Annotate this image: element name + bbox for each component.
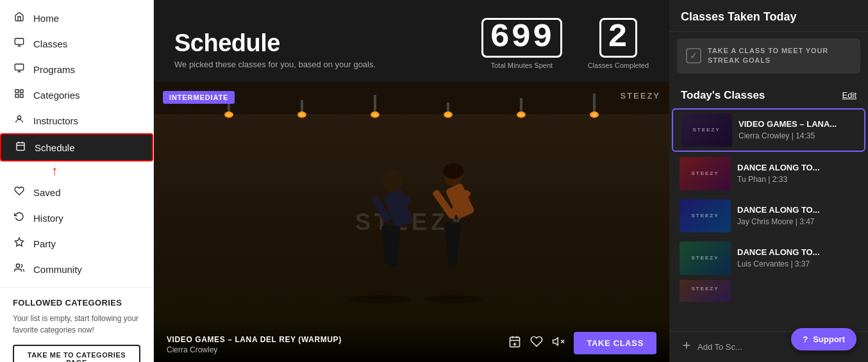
party-icon [13, 237, 26, 250]
class-meta-2: Tu Phan | 2:33 [737, 175, 820, 184]
svg-point-31 [424, 295, 482, 303]
video-background: STEEZY [154, 82, 669, 362]
sidebar-item-schedule[interactable]: Schedule [0, 133, 153, 161]
class-item-1[interactable]: STEEZY VIDEO GAMES – LANA... Cierra Crow… [672, 108, 865, 152]
home-icon [13, 12, 26, 24]
stat-minutes-value: 699 [481, 18, 562, 58]
programs-icon [13, 63, 26, 76]
todays-classes-title: Today's Classes [681, 89, 765, 102]
history-icon [13, 211, 26, 224]
class-thumb-2: STEEZY [680, 157, 731, 190]
sidebar-item-label-saved: Saved [33, 187, 61, 198]
svg-rect-9 [15, 94, 19, 97]
sidebar-item-label-schedule: Schedule [35, 142, 75, 153]
schedule-header: Schedule We picked these classes for you… [154, 0, 669, 82]
thumb-logo-4: STEEZY [680, 242, 731, 275]
class-title-1: VIDEO GAMES – LANA... [739, 119, 837, 130]
sidebar-item-categories[interactable]: Categories [0, 82, 153, 108]
sidebar-item-label-community: Community [33, 264, 82, 275]
light-5 [520, 98, 522, 114]
saved-icon [13, 186, 26, 199]
sidebar-item-programs[interactable]: Programs [0, 56, 153, 82]
right-panel: Classes Taken Today ✓ TAKE A CLASS TO ME… [669, 0, 868, 362]
svg-marker-38 [553, 338, 558, 345]
streak-check-icon: ✓ [686, 48, 701, 63]
instructors-icon [13, 114, 26, 127]
sidebar: Home Classes Programs Categories Instruc [0, 0, 154, 362]
svg-point-24 [443, 163, 463, 179]
schedule-icon [14, 141, 27, 154]
support-button[interactable]: ? Support [791, 328, 856, 350]
light-3 [374, 95, 376, 114]
thumb-logo-3: STEEZY [680, 199, 731, 233]
take-class-button[interactable]: TAKE CLASS [574, 332, 656, 354]
dancer-1 [371, 169, 413, 267]
svg-marker-15 [15, 238, 23, 246]
sidebar-item-party[interactable]: Party [0, 231, 153, 256]
class-title-4: DANCE ALONG TO... [737, 247, 820, 258]
svg-rect-7 [20, 90, 23, 93]
class-item-2[interactable]: STEEZY DANCE ALONG TO... Tu Phan | 2:33 [672, 153, 865, 194]
sidebar-item-home[interactable]: Home [0, 5, 153, 31]
thumb-logo-5: STEEZY [680, 280, 731, 302]
schedule-page-title: Schedule [174, 29, 376, 57]
light-2 [301, 100, 303, 114]
sidebar-item-classes[interactable]: Classes [0, 31, 153, 56]
svg-point-16 [16, 264, 19, 267]
classes-icon [13, 37, 26, 50]
dancers-svg [309, 149, 514, 309]
stat-minutes-label: Total Minutes Spent [481, 62, 562, 69]
sidebar-nav: Home Classes Programs Categories Instruc [0, 0, 153, 287]
class-item-4[interactable]: STEEZY DANCE ALONG TO... Luis Cervantes … [672, 238, 865, 279]
todays-classes-header: Today's Classes Edit [669, 80, 868, 108]
class-title-2: DANCE ALONG TO... [737, 163, 820, 174]
volume-icon[interactable] [552, 335, 565, 351]
class-meta-1: Cierra Crowley | 14:35 [739, 131, 837, 140]
light-6 [593, 94, 596, 114]
schedule-title-section: Schedule We picked these classes for you… [174, 29, 376, 69]
class-thumb-1: STEEZY [681, 113, 732, 147]
svg-rect-11 [17, 143, 24, 151]
class-meta-3: Jay Chris Moore | 3:47 [737, 217, 820, 226]
add-to-schedule-icon[interactable] [508, 335, 521, 351]
stat-classes: 2 Classes Completed [588, 18, 649, 69]
sidebar-item-saved[interactable]: Saved [0, 179, 153, 205]
class-thumb-5: STEEZY [680, 280, 731, 306]
sidebar-item-label-classes: Classes [33, 38, 67, 49]
streak-text: TAKE A CLASS TO MEET YOUR STREAK GOALS [708, 46, 851, 66]
right-panel-header: Classes Taken Today [669, 0, 868, 32]
class-thumb-3: STEEZY [680, 199, 731, 233]
sidebar-item-instructors[interactable]: Instructors [0, 108, 153, 133]
class-item-5[interactable]: STEEZY [672, 280, 865, 306]
favorite-icon[interactable] [530, 335, 543, 351]
class-thumb-4: STEEZY [680, 242, 731, 275]
video-watermark: STEEZY [620, 91, 660, 101]
main-content: Schedule We picked these classes for you… [154, 0, 669, 362]
class-title-3: DANCE ALONG TO... [737, 205, 820, 216]
class-info-1: VIDEO GAMES – LANA... Cierra Crowley | 1… [739, 119, 837, 140]
class-item-3[interactable]: STEEZY DANCE ALONG TO... Jay Chris Moore… [672, 195, 865, 236]
add-schedule-icon [681, 340, 692, 354]
svg-rect-3 [15, 64, 23, 70]
red-arrow-indicator: ↑ [51, 163, 58, 178]
svg-rect-0 [15, 38, 23, 44]
video-class-title: VIDEO GAMES – LANA DEL REY (WARMUP) [167, 335, 342, 344]
light-4 [447, 103, 449, 114]
sidebar-item-history[interactable]: History [0, 205, 153, 231]
sidebar-item-community[interactable]: Community [0, 256, 153, 282]
class-info-2: DANCE ALONG TO... Tu Phan | 2:33 [737, 163, 820, 184]
followed-categories-title: Followed Categories [13, 298, 140, 308]
video-info: VIDEO GAMES – LANA DEL REY (WARMUP) Cier… [167, 335, 342, 354]
svg-point-17 [382, 169, 403, 192]
sidebar-item-label-instructors: Instructors [33, 115, 78, 126]
svg-point-10 [17, 116, 21, 119]
svg-point-30 [347, 295, 412, 303]
video-bottom-bar: VIDEO GAMES – LANA DEL REY (WARMUP) Cier… [154, 322, 669, 362]
streak-banner: ✓ TAKE A CLASS TO MEET YOUR STREAK GOALS [677, 38, 860, 74]
categories-page-button[interactable]: TAKE ME TO CATEGORIES PAGE [13, 345, 140, 362]
stat-classes-value: 2 [599, 18, 637, 58]
followed-categories-section: Followed Categories Your list is empty, … [0, 287, 153, 362]
video-area[interactable]: INTERMEDIATE STEEZY STEEZY [154, 82, 669, 362]
sidebar-item-label-programs: Programs [33, 64, 75, 75]
edit-link[interactable]: Edit [842, 90, 856, 100]
